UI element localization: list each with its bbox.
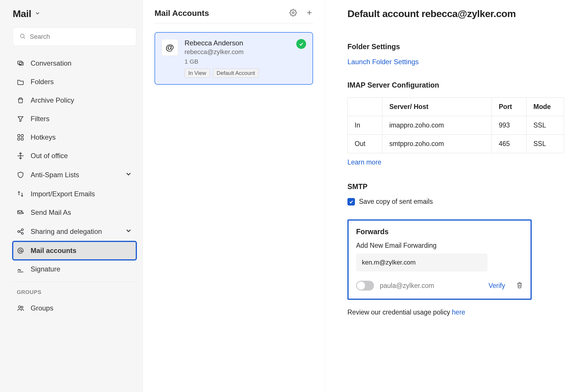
account-email: rebecca@zylker.com <box>185 48 259 56</box>
badge-default: Default Account <box>213 69 259 78</box>
chevron-down-icon <box>125 227 132 236</box>
at-icon <box>17 247 24 254</box>
filter-icon <box>17 115 24 123</box>
sidebar-item-anti-spam[interactable]: Anti-Spam Lists <box>13 165 136 185</box>
account-name: Rebecca Anderson <box>185 39 259 47</box>
trash-icon[interactable] <box>516 282 523 290</box>
svg-rect-4 <box>18 134 20 137</box>
save-copy-checkbox[interactable] <box>347 198 355 206</box>
sidebar-item-import-export[interactable]: Import/Export Emails <box>13 185 136 203</box>
sidebar-item-send-mail-as[interactable]: Send Mail As <box>13 203 136 222</box>
svg-rect-7 <box>21 138 23 140</box>
save-copy-label: Save copy of sent emails <box>359 198 433 206</box>
pending-forward-email: paula@zylker.com <box>380 282 483 290</box>
svg-rect-2 <box>18 61 22 64</box>
sidebar-item-out-of-office[interactable]: Out of office <box>13 147 136 165</box>
nav-group-heading: GROUPS <box>13 282 136 299</box>
imap-table: Server/ Host Port Mode In imappro.zoho.c… <box>347 97 564 153</box>
col-server: Server/ Host <box>382 98 492 116</box>
sidebar-item-conversation[interactable]: Conversation <box>13 54 136 73</box>
svg-rect-8 <box>18 211 22 214</box>
account-detail: Default account rebecca@zylker.com Folde… <box>325 0 588 392</box>
airplane-icon <box>17 152 24 160</box>
badge-in-view: In View <box>185 69 210 78</box>
account-size: 1 GB <box>185 58 259 65</box>
policy-text: Review our credential usage policy here <box>347 308 571 316</box>
chevron-down-icon <box>125 170 132 180</box>
page-title: Default account rebecca@zylker.com <box>347 8 571 19</box>
sidebar-item-filters[interactable]: Filters <box>13 110 136 128</box>
col-mode: Mode <box>526 98 564 116</box>
search-box[interactable] <box>13 27 136 46</box>
sidebar-item-mail-accounts[interactable]: Mail accounts <box>13 241 136 260</box>
sidebar-item-groups[interactable]: Groups <box>13 299 136 317</box>
forwards-heading: Forwards <box>356 228 523 236</box>
settings-nav: Conversation Folders Archive Policy Filt… <box>13 54 136 278</box>
sidebar-item-sharing[interactable]: Sharing and delegation <box>13 222 136 241</box>
chevron-down-icon <box>35 10 40 17</box>
search-input[interactable] <box>30 33 130 40</box>
sidebar-title: Mail <box>13 8 31 19</box>
accounts-column: Mail Accounts @ Rebecca Anderson rebecca… <box>143 0 325 392</box>
signature-icon <box>17 265 24 273</box>
launch-folder-settings-link[interactable]: Launch Folder Settings <box>347 58 571 66</box>
send-as-icon <box>17 209 24 216</box>
sidebar-item-hotkeys[interactable]: Hotkeys <box>13 128 136 147</box>
svg-point-0 <box>21 34 24 38</box>
add-icon[interactable] <box>306 9 313 18</box>
sidebar-item-signature[interactable]: Signature <box>13 260 136 278</box>
folder-settings-heading: Folder Settings <box>347 42 571 51</box>
account-card[interactable]: @ Rebecca Anderson rebecca@zylker.com 1 … <box>155 32 313 85</box>
hotkeys-icon <box>17 134 24 141</box>
svg-point-15 <box>292 12 294 14</box>
svg-rect-6 <box>18 138 20 140</box>
svg-point-9 <box>18 231 20 233</box>
col-port: Port <box>492 98 526 116</box>
search-icon <box>19 33 26 40</box>
gear-icon[interactable] <box>289 9 297 18</box>
policy-link[interactable]: here <box>452 308 465 316</box>
svg-point-10 <box>21 229 23 231</box>
imap-heading: IMAP Server Configuration <box>347 81 571 89</box>
table-row: Out smtppro.zoho.com 465 SSL <box>348 135 564 153</box>
conversation-icon <box>17 60 24 67</box>
forwards-subheading: Add New Email Forwarding <box>356 242 523 249</box>
forward-email-input[interactable] <box>356 254 487 271</box>
forwards-section: Forwards Add New Email Forwarding paula@… <box>347 219 532 300</box>
import-export-icon <box>17 190 24 198</box>
sidebar-item-folders[interactable]: Folders <box>13 73 136 91</box>
archive-icon <box>17 97 24 104</box>
svg-point-14 <box>21 306 23 308</box>
svg-point-12 <box>19 249 22 252</box>
verify-button[interactable]: Verify <box>488 282 505 290</box>
svg-rect-5 <box>21 134 23 137</box>
svg-point-11 <box>21 232 23 234</box>
accounts-title: Mail Accounts <box>155 9 209 18</box>
share-icon <box>17 228 24 235</box>
table-row: In imappro.zoho.com 993 SSL <box>348 116 564 135</box>
shield-icon <box>17 171 24 179</box>
svg-point-13 <box>18 306 21 308</box>
groups-nav: Groups <box>13 299 136 317</box>
groups-icon <box>17 304 24 312</box>
svg-line-1 <box>24 37 25 38</box>
at-icon: @ <box>161 39 178 56</box>
check-icon <box>296 39 306 49</box>
settings-sidebar: Mail Conversation Folders Archive Polic <box>0 0 143 392</box>
folder-icon <box>17 78 24 86</box>
sidebar-item-archive-policy[interactable]: Archive Policy <box>13 91 136 110</box>
forward-toggle[interactable] <box>356 281 374 291</box>
sidebar-title-row[interactable]: Mail <box>13 8 136 19</box>
learn-more-link[interactable]: Learn more <box>347 158 571 166</box>
smtp-heading: SMTP <box>347 182 571 191</box>
